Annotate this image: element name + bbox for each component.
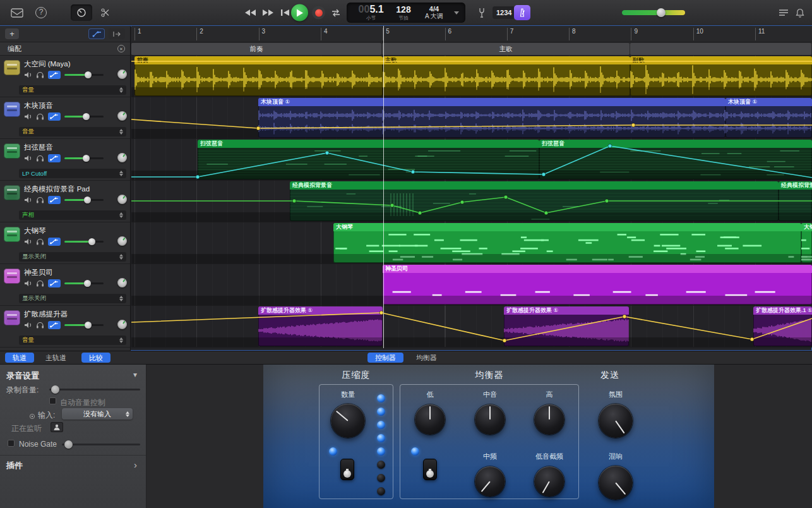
solo-button[interactable] (36, 155, 44, 162)
show-automation-button[interactable] (88, 28, 105, 39)
mute-button[interactable] (24, 155, 32, 162)
chevron-down-icon[interactable]: ▾ (133, 370, 137, 379)
solo-button[interactable] (36, 71, 44, 78)
solo-button[interactable] (36, 113, 44, 120)
automation-param-select[interactable]: 显示关闭 (19, 294, 126, 303)
track-header[interactable]: 神圣贝司显示关闭 (0, 264, 130, 306)
automation-mode-button[interactable] (48, 154, 61, 162)
rewind-button[interactable] (242, 4, 258, 21)
ruler[interactable]: 1234567891011 (131, 26, 812, 42)
automation-param-select[interactable]: 音量 (19, 85, 126, 95)
mute-button[interactable] (24, 238, 32, 245)
input-select[interactable]: 没有输入 (62, 408, 133, 420)
noise-gate-checkbox[interactable] (8, 440, 15, 447)
track-name[interactable]: 木块顶音 (24, 101, 126, 111)
play-button[interactable] (291, 4, 308, 21)
mute-button[interactable] (24, 197, 32, 203)
solo-button[interactable] (36, 280, 44, 287)
tab-controls[interactable]: 控制器 (367, 353, 403, 363)
automation-mode-button[interactable] (48, 238, 61, 246)
automation-mode-button[interactable] (48, 112, 61, 121)
pan-knob[interactable] (117, 70, 127, 79)
plugins-title[interactable]: 插件 (6, 460, 23, 471)
automation-param-select[interactable]: 音量 (19, 336, 126, 345)
track-header[interactable]: 经典模拟背景音 Pad声相 (0, 181, 130, 222)
compare-button[interactable]: 比较 (81, 353, 110, 363)
tab-eq[interactable]: 均衡器 (409, 353, 445, 363)
eq-high-knob[interactable] (534, 404, 564, 435)
sends-reverb-knob[interactable] (599, 466, 633, 500)
editors-button[interactable] (97, 4, 114, 21)
automation-param-select[interactable]: 显示关闭 (19, 252, 126, 262)
lcd-tempo[interactable]: 128 节拍 (390, 4, 417, 21)
track-name[interactable]: 大钢琴 (24, 226, 126, 236)
mute-button[interactable] (24, 280, 32, 287)
arrangement-close-icon[interactable]: ✕ (117, 45, 125, 52)
mute-button[interactable] (24, 322, 32, 329)
track-header[interactable]: 扫弦琶音LP Cutoff (0, 139, 130, 181)
automation-param-select[interactable]: LP Cutoff (19, 169, 126, 178)
volume-knob[interactable] (84, 280, 91, 287)
pan-knob[interactable] (117, 195, 127, 204)
track-header[interactable]: 大空间 (Maya)音量 (0, 56, 130, 97)
eq-midfreq-knob[interactable] (475, 466, 505, 497)
pan-knob[interactable] (117, 320, 127, 329)
eq-low-knob[interactable] (415, 404, 445, 435)
record-volume-knob[interactable] (51, 385, 59, 394)
mute-button[interactable] (24, 113, 32, 120)
library-icon[interactable] (9, 4, 25, 21)
track-header[interactable]: 大钢琴显示关闭 (0, 222, 130, 264)
arrangement-track-header[interactable]: 编配 ✕ (0, 42, 130, 56)
eq-switch[interactable] (423, 459, 437, 480)
auto-volume-checkbox[interactable] (49, 397, 56, 404)
track-volume-slider[interactable] (64, 241, 104, 243)
pan-knob[interactable] (117, 236, 127, 246)
track-volume-slider[interactable] (64, 157, 104, 159)
track-volume-slider[interactable] (64, 116, 104, 118)
compressor-amount-knob[interactable] (331, 404, 365, 438)
master-volume-slider[interactable] (622, 10, 685, 15)
lcd-signature-key[interactable]: 4/4 A 大调 (417, 5, 451, 20)
volume-knob[interactable] (85, 71, 92, 78)
record-volume-slider[interactable] (49, 389, 140, 390)
track-header[interactable]: 木块顶音音量 (0, 97, 130, 139)
track-name[interactable]: 大空间 (Maya) (24, 59, 126, 69)
track-name[interactable]: 经典模拟背景音 Pad (24, 184, 126, 194)
record-button[interactable] (312, 6, 325, 20)
eq-lowcut-knob[interactable] (534, 466, 564, 497)
solo-button[interactable] (36, 322, 44, 329)
volume-knob[interactable] (88, 238, 95, 245)
master-volume-knob[interactable] (657, 8, 666, 17)
lcd-chevron-icon[interactable] (454, 11, 459, 15)
sends-ambience-knob[interactable] (599, 404, 633, 438)
monitoring-button[interactable] (51, 422, 63, 432)
count-in-button[interactable]: 1234 (493, 6, 515, 19)
track-header[interactable]: 扩散感提升器音量 (0, 306, 130, 348)
add-track-button[interactable]: + (5, 28, 19, 39)
metronome-button[interactable] (514, 5, 530, 20)
volume-knob[interactable] (85, 322, 92, 329)
volume-knob[interactable] (83, 113, 90, 120)
help-icon[interactable]: ? (33, 4, 49, 21)
track-name[interactable]: 神圣贝司 (24, 268, 126, 277)
arrangement-section[interactable]: 前奏 (131, 43, 381, 55)
track-volume-slider[interactable] (64, 74, 104, 76)
volume-knob[interactable] (83, 155, 90, 162)
pan-knob[interactable] (117, 278, 127, 287)
automation-param-select[interactable]: 声相 (19, 210, 126, 220)
eq-mid-knob[interactable] (475, 404, 505, 435)
chevron-right-icon[interactable]: › (134, 459, 137, 470)
lcd-display[interactable]: 005.1 小节 128 节拍 4/4 A 大调 (347, 3, 465, 23)
recording-settings-title[interactable]: 录音设置 (6, 370, 39, 382)
noise-gate-slider[interactable] (62, 444, 140, 445)
media-list-icon[interactable] (775, 4, 792, 21)
pan-knob[interactable] (117, 153, 127, 162)
forward-button[interactable] (260, 4, 276, 21)
mute-button[interactable] (24, 71, 32, 78)
noise-gate-knob[interactable] (64, 440, 73, 449)
notifications-icon[interactable] (792, 4, 808, 21)
track-name[interactable]: 扫弦琶音 (24, 143, 126, 152)
tab-master[interactable]: 主轨道 (38, 353, 74, 363)
tuning-fork-icon[interactable] (474, 4, 490, 21)
smart-controls-button[interactable] (71, 4, 92, 21)
